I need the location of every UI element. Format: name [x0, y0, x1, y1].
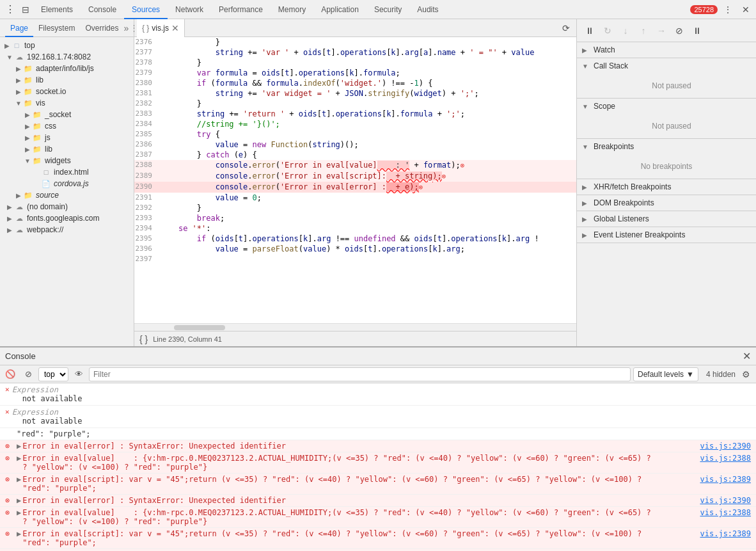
folder-icon-adapter: 📁	[23, 63, 33, 74]
code-line-2389: 2389 console.error('Error in eval[script…	[134, 171, 576, 182]
tree-label-webpack: webpack://	[27, 225, 63, 234]
console-levels-select[interactable]: Default levels ▼	[633, 367, 698, 381]
console-hidden-count: 4 hidden	[706, 370, 736, 379]
entry-arrow-4[interactable]: ▶	[17, 496, 21, 505]
code-line-2387: 2387 } catch (e) {	[134, 150, 576, 160]
tree-label-adapter: adapter/info/lib/js	[36, 64, 94, 73]
tree-item-top[interactable]: ▶ □ top	[0, 40, 134, 51]
sync-icon[interactable]: ⟳	[558, 20, 574, 36]
xhr-section-header[interactable]: ▶ XHR/fetch Breakpoints	[577, 179, 756, 195]
console-error-3: ⊗ ▶ Error in eval[script]: var v = "45";…	[0, 474, 756, 495]
tree-item-server[interactable]: ▼ ☁ 192.168.1.74:8082	[0, 51, 134, 63]
subtabs-more-icon[interactable]: »	[123, 23, 129, 33]
tab-console[interactable]: Console	[81, 0, 124, 19]
entry-source-4[interactable]: vis.js:2390	[695, 496, 751, 505]
tab-memory[interactable]: Memory	[271, 0, 313, 19]
tree-arrow-_socket: ▶	[23, 111, 32, 118]
breakpoints-section: ▼ Breakpoints No breakpoints	[577, 139, 756, 179]
file-icon-cordova: 📄	[41, 179, 51, 189]
code-line-2397: 2397	[134, 254, 576, 264]
console-block-icon[interactable]: ⊘	[20, 367, 36, 382]
watch-arrow-icon: ▶	[582, 47, 591, 54]
global-listeners-section-header[interactable]: ▶ Global Listeners	[577, 211, 756, 227]
breakpoints-section-header[interactable]: ▼ Breakpoints	[577, 139, 756, 154]
step-into-button[interactable]: ↓	[618, 23, 633, 38]
tree-item-webpack[interactable]: ▶ ☁ webpack://	[0, 224, 134, 236]
tree-item-js[interactable]: ▶ 📁 js	[0, 132, 134, 143]
tree-item-lib2[interactable]: ▶ 📁 lib	[0, 143, 134, 155]
entry-source-1[interactable]: vis.js:2390	[695, 442, 751, 451]
code-editor[interactable]: 2376 } 2377 string += 'var ' + oids[t].o…	[134, 37, 576, 323]
subtab-page[interactable]: Page	[5, 19, 33, 37]
console-expression-2: ✕ Expression not available	[0, 406, 756, 428]
xhr-label: XHR/fetch Breakpoints	[594, 182, 671, 191]
entry-source-6[interactable]: vis.js:2389	[695, 529, 751, 538]
entry-msg-redpurple: "red": "purple";	[17, 429, 751, 438]
dont-pause-exceptions-button[interactable]: ⏸	[689, 23, 705, 38]
tab-application[interactable]: Application	[313, 0, 366, 19]
watch-section-header[interactable]: ▶ Watch	[577, 42, 756, 58]
console-error-6: ⊗ ▶ Error in eval[script]: var v = "45";…	[0, 528, 756, 549]
tree-item-nodomain[interactable]: ▶ ☁ (no domain)	[0, 201, 134, 212]
tab-security[interactable]: Security	[366, 0, 409, 19]
scope-section-header[interactable]: ▼ Scope	[577, 99, 756, 114]
tab-audits[interactable]: Audits	[409, 0, 446, 19]
global-listeners-arrow-icon: ▶	[582, 216, 591, 223]
tree-item-adapter[interactable]: ▶ 📁 adapter/info/lib/js	[0, 63, 134, 74]
tree-item-lib[interactable]: ▶ 📁 lib	[0, 74, 134, 86]
console-context-select[interactable]: top	[38, 367, 68, 381]
step-over-button[interactable]: ↻	[600, 23, 615, 38]
tab-performance[interactable]: Performance	[211, 0, 271, 19]
more-tools-icon[interactable]: ⋮	[720, 2, 736, 17]
cloud-icon-nodomain: ☁	[14, 202, 24, 212]
tree-item-socketio[interactable]: ▶ 📁 socket.io	[0, 86, 134, 97]
event-listener-section-header[interactable]: ▶ Event Listener Breakpoints	[577, 227, 756, 243]
console-clear-icon[interactable]: 🚫	[3, 367, 18, 382]
tab-network[interactable]: Network	[168, 0, 211, 19]
entry-source-2[interactable]: vis.js:2388	[695, 454, 751, 463]
dom-section-header[interactable]: ▶ DOM Breakpoints	[577, 195, 756, 211]
entry-source-5[interactable]: vis.js:2388	[695, 508, 751, 517]
code-scroll-horizontal[interactable]	[134, 323, 576, 331]
tree-item-widgets[interactable]: ▼ 📁 widgets	[0, 155, 134, 166]
console-close-icon[interactable]: ✕	[743, 350, 751, 362]
tree-arrow-css: ▶	[23, 123, 32, 130]
entry-arrow-1[interactable]: ▶	[17, 442, 21, 451]
tree-item-index-html[interactable]: ▶ □ index.html	[0, 166, 134, 178]
code-tab-visjs[interactable]: { } vis.js ✕	[137, 19, 185, 37]
devtools-menu-icon[interactable]: ⋮	[3, 2, 18, 17]
tree-arrow-vis: ▼	[14, 100, 23, 107]
tree-item-_socket[interactable]: ▶ 📁 _socket	[0, 109, 134, 120]
code-tab-close-icon[interactable]: ✕	[171, 23, 179, 33]
tab-elements[interactable]: Elements	[33, 0, 81, 19]
devtools-layout-icon[interactable]: ⊟	[18, 2, 33, 17]
tree-item-css[interactable]: ▶ 📁 css	[0, 120, 134, 132]
call-stack-section-header[interactable]: ▼ Call Stack	[577, 58, 756, 74]
tree-item-vis[interactable]: ▼ 📁 vis	[0, 97, 134, 109]
tree-item-fonts[interactable]: ▶ ☁ fonts.googleapis.com	[0, 212, 134, 224]
console-filter-input[interactable]	[89, 367, 631, 381]
tab-sources[interactable]: Sources	[124, 0, 168, 19]
tree-item-source[interactable]: ▶ 📁 source	[0, 189, 134, 201]
step-button[interactable]: →	[654, 23, 669, 38]
console-eye-icon[interactable]: 👁	[71, 367, 86, 382]
step-out-button[interactable]: ↑	[636, 23, 651, 38]
pause-button[interactable]: ⏸	[582, 23, 597, 38]
devtools-tabs: Elements Console Sources Network Perform…	[33, 0, 446, 19]
folder-icon-js: 📁	[32, 132, 42, 143]
entry-arrow-3[interactable]: ▶	[17, 475, 21, 484]
tree-arrow-lib: ▶	[14, 77, 23, 84]
console-settings-icon[interactable]: ⚙	[738, 367, 753, 382]
event-listener-section: ▶ Event Listener Breakpoints	[577, 227, 756, 243]
subtab-overrides[interactable]: Overrides	[80, 19, 123, 37]
subtab-filesystem[interactable]: Filesystem	[33, 19, 80, 37]
deactivate-breakpoints-button[interactable]: ⊘	[672, 23, 687, 38]
entry-arrow-6[interactable]: ▶	[17, 529, 21, 538]
entry-arrow-5[interactable]: ▶	[17, 508, 21, 517]
entry-arrow-2[interactable]: ▶	[17, 454, 21, 463]
tree-item-cordova[interactable]: ▶ 📄 cordova.js	[0, 178, 134, 189]
entry-source-3[interactable]: vis.js:2389	[695, 475, 751, 484]
code-format-icon[interactable]: { }	[139, 334, 148, 344]
close-devtools-icon[interactable]: ✕	[738, 2, 753, 17]
entry-error-icon-4: ⊗	[5, 496, 14, 505]
